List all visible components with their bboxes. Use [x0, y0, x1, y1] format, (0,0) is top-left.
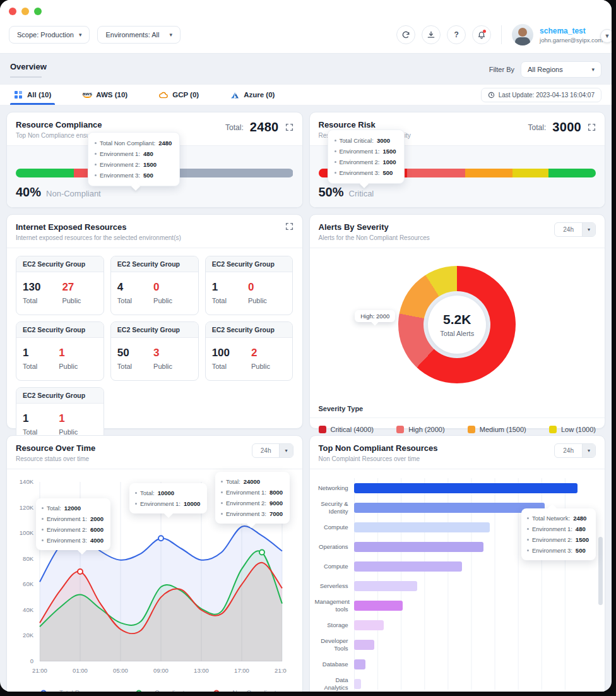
svg-text:40K: 40K — [23, 606, 34, 613]
region-select[interactable]: All Regions ▾ — [521, 61, 601, 78]
hbar-bar[interactable] — [354, 620, 384, 630]
last-update-badge: Last Update: 2023-04-13 16:04:07 — [481, 88, 601, 102]
refresh-button[interactable] — [396, 25, 415, 44]
tile-total-value: 1 — [23, 412, 37, 425]
tile-total-label: Total — [23, 363, 37, 370]
resource-tile[interactable]: EC2 Security Group 50 Total 3 Public — [110, 321, 199, 381]
hbar-track — [354, 640, 593, 650]
tooltip-line: Total: 24000 — [221, 476, 283, 487]
hbar-bar[interactable] — [354, 659, 366, 669]
scope-dropdown[interactable]: Scope: Production ▾ — [9, 26, 90, 44]
hbar-row: Storage — [315, 615, 593, 635]
resource-tile[interactable]: EC2 Security Group 4 Total 0 Public — [110, 256, 199, 315]
tooltip: Total: 12000Environment 1: 2000Environme… — [36, 498, 110, 550]
time-range-select[interactable]: 24h ▾ — [554, 222, 596, 237]
resource-tile[interactable]: EC2 Security Group 1 Total 1 Public — [16, 321, 104, 381]
tile-total-value: 1 — [212, 281, 227, 294]
maximize-window-icon[interactable] — [34, 8, 42, 15]
resource-tile[interactable]: EC2 Security Group 130 Total 27 Public — [16, 256, 104, 315]
hbar-bar[interactable] — [354, 561, 463, 572]
hbar-track — [354, 561, 593, 572]
help-button[interactable]: ? — [447, 25, 466, 44]
user-email: john.garner@syipx.com — [540, 37, 603, 44]
divider — [501, 25, 502, 44]
svg-text:80K: 80K — [23, 555, 34, 562]
bar-segment-ok — [548, 169, 596, 177]
expand-icon[interactable] — [588, 123, 596, 131]
app-window: Scope: Production ▾ Environments: All ▾ … — [0, 0, 612, 692]
resource-compliance-card: Resource Compliance Top Non Compliance e… — [6, 112, 303, 208]
legend-label: Critical (4000) — [331, 426, 374, 433]
svg-text:0: 0 — [30, 657, 33, 664]
tooltip: Total Network: 2480Environment 1: 480Env… — [521, 508, 596, 560]
collapse-panel-button[interactable]: ▼ — [600, 29, 612, 43]
download-button[interactable] — [422, 25, 441, 44]
scrollbar[interactable] — [598, 537, 603, 605]
expand-icon[interactable] — [285, 123, 293, 131]
legend-item[interactable]: Non Compliant — [206, 689, 276, 692]
legend-label: Total Resources — [59, 689, 107, 692]
hbar-bar[interactable] — [354, 679, 361, 689]
hbar-bar[interactable] — [354, 542, 484, 552]
card-title: Resource Risk — [319, 120, 411, 129]
hbar-row: Database — [315, 654, 593, 674]
svg-text:21:00: 21:00 — [275, 667, 287, 674]
resource-over-time-chart: Total: 12000Environment 1: 2000Environme… — [7, 469, 302, 687]
chevron-down-icon: ▾ — [279, 444, 292, 457]
percent-value: 50% — [319, 185, 344, 200]
card-title: Top Non Compliant Resources — [319, 443, 438, 453]
avatar[interactable] — [512, 24, 533, 45]
svg-text:21:00: 21:00 — [32, 667, 47, 674]
environments-dropdown[interactable]: Environments: All ▾ — [97, 26, 181, 44]
hbar-bar[interactable] — [354, 503, 545, 513]
minimize-window-icon[interactable] — [21, 8, 29, 15]
notifications-button[interactable] — [472, 25, 491, 44]
hbar-bar[interactable] — [354, 522, 490, 532]
legend-item[interactable]: Medium (1500) — [468, 426, 526, 433]
line-legend: Total ResourcesCompliantNon Compliant — [7, 687, 302, 692]
chevron-down-icon: ▾ — [582, 223, 595, 236]
legend-item[interactable]: Critical (4000) — [319, 426, 374, 433]
tooltip-line: Environment 1: 10000 — [135, 498, 200, 509]
legend-item[interactable]: Total Resources — [33, 689, 107, 692]
hbar-bar[interactable] — [354, 581, 417, 591]
svg-text:17:00: 17:00 — [234, 667, 249, 674]
tile-total-value: 50 — [117, 347, 132, 359]
hbar-category-label: Database — [315, 661, 354, 668]
resource-tile[interactable]: EC2 Security Group 1 Total 0 Public — [205, 256, 293, 315]
legend-marker-icon — [206, 690, 227, 692]
tab-all[interactable]: All (10) — [10, 85, 55, 105]
time-range-select[interactable]: 24h ▾ — [252, 443, 293, 458]
hbar-bar[interactable] — [354, 640, 374, 650]
hbar-bar[interactable] — [354, 601, 403, 611]
tab-all-label: All (10) — [27, 91, 51, 99]
tab-azure[interactable]: Azure (0) — [227, 85, 278, 105]
tab-gcp[interactable]: GCP (0) — [155, 85, 203, 105]
overview-header: Overview Filter By All Regions ▾ — [6, 54, 605, 84]
severity-donut-area: 5.2K Total Alerts High: 2000 — [310, 248, 605, 401]
user-info[interactable]: schema_test john.garner@syipx.com — [540, 27, 603, 44]
expand-icon[interactable] — [285, 222, 293, 231]
last-update-text: Last Update: 2023-04-13 16:04:07 — [499, 92, 595, 99]
card-title: Resource Compliance — [16, 120, 145, 129]
top-bar: Scope: Production ▾ Environments: All ▾ … — [0, 0, 612, 54]
time-range-value: 24h — [252, 444, 280, 457]
hbar-bar[interactable] — [354, 483, 578, 493]
time-range-select[interactable]: 24h ▾ — [554, 443, 596, 458]
svg-text:13:00: 13:00 — [194, 667, 209, 674]
bar-segment-other — [171, 169, 293, 177]
hbar-track — [354, 483, 593, 493]
close-window-icon[interactable] — [9, 8, 16, 15]
tooltip-line: Environment 3: 500 — [95, 170, 172, 181]
legend-item[interactable]: Compliant — [128, 689, 184, 692]
tab-aws[interactable]: aws AWS (10) — [79, 85, 131, 105]
top-non-compliant-chart: Networking Security & Identity Compute O… — [310, 469, 605, 692]
total-alerts-value: 5.2K — [443, 312, 471, 327]
tile-title: EC2 Security Group — [111, 256, 198, 272]
legend-item[interactable]: High (2000) — [396, 426, 444, 433]
legend-item[interactable]: Low (1000) — [549, 426, 596, 433]
resource-tile[interactable]: EC2 Security Group 100 Total 2 Public — [205, 321, 293, 381]
hbar-row: Serverless — [315, 576, 593, 596]
tile-total-label: Total — [23, 297, 40, 304]
tab-gcp-label: GCP (0) — [172, 91, 199, 99]
